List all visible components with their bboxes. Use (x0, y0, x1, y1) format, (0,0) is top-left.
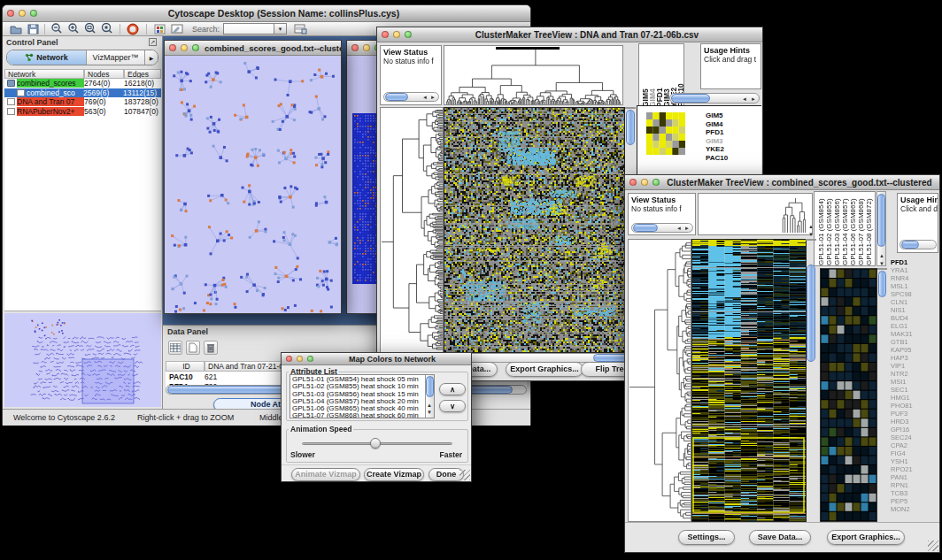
attribute-list-scrollbar[interactable]: ▲▼ (425, 375, 434, 418)
zoom-button[interactable] (307, 356, 313, 362)
network-row[interactable]: DNA and Tran 07769(0)183728(0) (4, 97, 161, 107)
annotation-icon[interactable] (171, 24, 183, 35)
zoom-button[interactable] (405, 31, 412, 38)
gene-label[interactable]: GIM3 (706, 137, 759, 146)
speed-slider-thumb[interactable] (370, 438, 381, 449)
gene-label[interactable]: GPI16 (891, 426, 938, 433)
treeview1-titlebar[interactable]: ClusterMaker TreeView : DNA and Tran 07-… (377, 27, 762, 42)
gene-label[interactable]: YSH1 (891, 457, 938, 465)
gene-label[interactable]: NTR2 (891, 370, 938, 378)
minimize-button[interactable] (363, 44, 370, 51)
gene-label[interactable]: PUF3 (891, 410, 938, 418)
column-label[interactable]: GPL51-06 (GSM865) (849, 194, 857, 265)
column-header-network[interactable]: Network (4, 69, 84, 79)
resize-grip[interactable] (928, 541, 938, 551)
gene-label[interactable]: PAN1 (891, 473, 938, 481)
tab-overflow-arrow[interactable]: ▶ (145, 50, 158, 65)
column-label[interactable]: GIM4 (648, 46, 655, 107)
zoom-selected-icon[interactable] (101, 23, 113, 35)
tv1-zoom-heatmap[interactable] (646, 112, 685, 155)
gene-label[interactable]: YRA1 (891, 266, 938, 274)
column-header-edges[interactable]: Edges (124, 69, 161, 79)
desktop-titlebar[interactable]: Cytoscape Desktop (Session Name: collins… (3, 5, 530, 22)
data-column-id[interactable]: ID (166, 361, 205, 372)
search-dropdown-button[interactable]: ▼ (274, 23, 287, 35)
gene-label[interactable]: TCB3 (891, 489, 938, 497)
move-down-button[interactable]: ∨ (439, 400, 466, 412)
tv2-zoom-vscrollbar[interactable]: ▲▼ (877, 268, 887, 270)
gene-label[interactable]: VIP1 (891, 362, 938, 370)
gene-label[interactable]: KAP95 (891, 346, 938, 354)
zoom-in-icon[interactable] (67, 23, 80, 35)
attribute-list-item[interactable]: GPL51-03 (GSM856) heat shock 15 min (292, 391, 434, 398)
vizmapper-icon[interactable] (154, 24, 166, 35)
gene-label[interactable]: GIM5 (706, 111, 759, 120)
search-input[interactable] (223, 23, 274, 35)
minimize-button[interactable] (641, 179, 648, 186)
tab-vizmapper[interactable]: VizMapper™ (87, 50, 145, 65)
zoom-fit-icon[interactable] (84, 23, 97, 35)
minimize-button[interactable] (297, 356, 303, 362)
column-label[interactable]: GPL51-03 (GSM856) (833, 194, 841, 265)
close-button[interactable] (351, 44, 359, 51)
gene-label[interactable]: MSI1 (891, 378, 938, 386)
help-ring-icon[interactable] (127, 23, 139, 35)
network-row[interactable]: RNAPuberNov2+563(0)107847(0) (4, 107, 161, 117)
save-data-button[interactable]: Save Data... (749, 530, 811, 545)
gene-label[interactable]: MAK31 (891, 330, 938, 338)
column-header-nodes[interactable]: Nodes (84, 69, 124, 79)
open-session-icon[interactable] (10, 24, 22, 35)
gene-label[interactable]: FIG4 (891, 449, 938, 457)
network-row[interactable]: combined_sco2569(6)13112(15) (4, 88, 161, 98)
gene-label[interactable]: RPN1 (891, 481, 938, 489)
gene-label[interactable]: SEC1 (891, 386, 938, 394)
tv1-status-scrollbar[interactable]: ◄► (383, 92, 439, 102)
gene-label[interactable]: HRD3 (891, 418, 938, 426)
gene-label[interactable]: HAP3 (891, 354, 938, 362)
minimize-button[interactable] (181, 44, 188, 51)
gene-label[interactable]: ELG1 (891, 322, 938, 330)
minimize-button[interactable] (19, 10, 26, 17)
export-graphics-button[interactable]: Export Graphics... (827, 530, 905, 545)
attribute-list[interactable]: GPL51-01 (GSM854) heat shock 05 minGPL51… (290, 374, 435, 418)
zoom-button[interactable] (192, 44, 199, 51)
gene-label[interactable]: SEC24 (891, 433, 938, 441)
gene-label[interactable]: PFD1 (706, 128, 759, 137)
column-label[interactable]: GPL51-08 (GSM872) (865, 194, 873, 265)
delete-attribute-icon[interactable] (204, 341, 218, 355)
tv1-column-dendrogram[interactable] (444, 46, 622, 104)
attribute-list-item[interactable]: GPL51-02 (GSM855) heat shock 10 min (292, 383, 434, 390)
gene-label[interactable]: YKE2 (706, 145, 759, 154)
gene-label[interactable]: BUD4 (891, 314, 938, 322)
minimize-button[interactable] (393, 31, 400, 38)
tv2-status-scrollbar[interactable]: ◄► (631, 223, 693, 233)
network1-canvas[interactable] (165, 56, 341, 313)
gene-label[interactable]: GIM4 (706, 120, 759, 129)
gene-label[interactable]: NIS1 (891, 306, 938, 314)
save-session-icon[interactable] (27, 24, 39, 35)
gene-label[interactable]: CLN1 (891, 298, 938, 306)
tv2-global-heatmap[interactable] (691, 239, 807, 522)
network-overview[interactable] (4, 313, 161, 407)
settings-button[interactable]: Settings... (678, 530, 735, 545)
close-button[interactable] (169, 44, 176, 51)
tv1-usage-scrollbar[interactable]: ◄► (669, 93, 760, 104)
gene-label[interactable]: RNR4 (891, 274, 938, 282)
tv2-global-vscrollbar[interactable]: ▲▼ (806, 239, 816, 241)
column-label[interactable]: GPL51-04 (GSM857) (841, 194, 849, 265)
column-label[interactable]: GIM5 (641, 46, 648, 107)
gene-label[interactable]: MON2 (891, 505, 938, 513)
tv2-zoom-heatmap[interactable] (820, 268, 877, 522)
gene-label[interactable]: PAC10 (706, 154, 759, 163)
network1-titlebar[interactable]: combined_scores_good.txt--cluste... (165, 41, 341, 56)
zoom-button[interactable] (652, 179, 660, 186)
attribute-list-item[interactable]: GPL51-04 (GSM857) heat shock 20 min (292, 398, 434, 405)
gene-label[interactable]: PHO81 (891, 402, 938, 410)
tv2-usage-scrollbar[interactable] (900, 240, 937, 249)
tv2-column-dendrogram[interactable] (699, 194, 812, 234)
map-dialog-titlebar[interactable]: Map Colors to Network (282, 353, 471, 365)
tv1-heatmap[interactable] (444, 107, 625, 353)
zoom-button[interactable] (30, 10, 37, 17)
close-button[interactable] (382, 31, 389, 38)
column-label[interactable]: GPL51-07 (GSM868) (857, 194, 865, 265)
